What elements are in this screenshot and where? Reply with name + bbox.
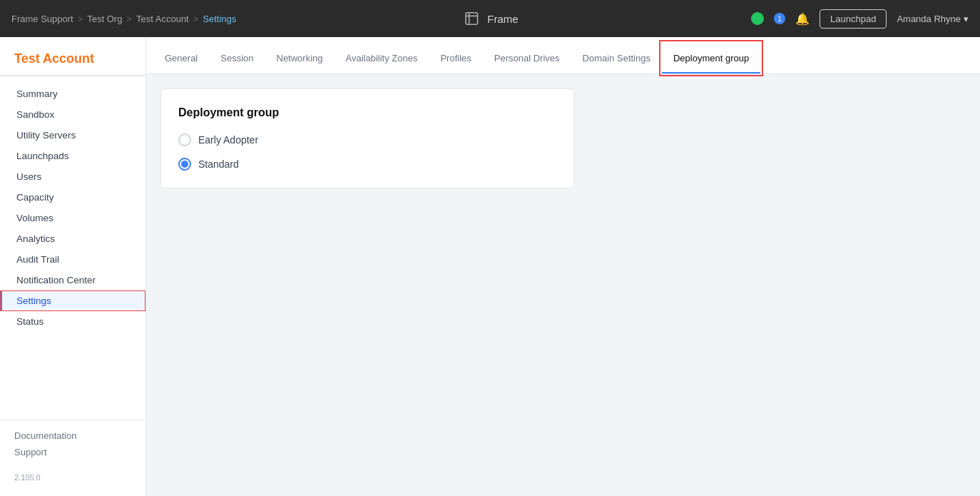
- radio-standard[interactable]: Standard: [178, 158, 556, 171]
- sidebar-item-status[interactable]: Status: [0, 311, 146, 332]
- bell-icon[interactable]: 🔔: [795, 12, 810, 26]
- tab-profiles[interactable]: Profiles: [429, 43, 482, 74]
- user-name: Amanda Rhyne: [897, 14, 961, 24]
- svg-rect-0: [466, 13, 478, 25]
- version-label: 2.105.0: [0, 473, 146, 482]
- sidebar-nav: Summary Sandbox Utility Servers Launchpa…: [0, 83, 146, 332]
- content-area: Deployment group Early Adopter Standard: [146, 74, 980, 496]
- radio-label-early-adopter: Early Adopter: [198, 134, 258, 146]
- sidebar-item-analytics[interactable]: Analytics: [0, 228, 146, 249]
- sidebar-title: Test Account: [0, 51, 146, 76]
- tab-session[interactable]: Session: [209, 43, 265, 74]
- sidebar-item-volumes[interactable]: Volumes: [0, 208, 146, 228]
- app-name: Frame: [487, 13, 518, 25]
- launchpad-button[interactable]: Launchpad: [820, 9, 887, 29]
- sidebar-item-users[interactable]: Users: [0, 166, 146, 187]
- breadcrumb-test-account[interactable]: Test Account: [136, 14, 189, 24]
- deployment-group-radio-group: Early Adopter Standard: [178, 133, 556, 171]
- radio-circle-early-adopter: [178, 133, 191, 146]
- frame-logo-icon: [461, 9, 481, 29]
- radio-label-standard: Standard: [198, 158, 239, 170]
- radio-circle-standard: [178, 158, 191, 171]
- app-logo-area: Frame: [461, 9, 518, 29]
- tab-networking[interactable]: Networking: [265, 43, 335, 74]
- tab-availability-zones[interactable]: Availability Zones: [335, 43, 429, 74]
- breadcrumb-test-org[interactable]: Test Org: [87, 14, 122, 24]
- deployment-group-card: Deployment group Early Adopter Standard: [160, 88, 574, 188]
- tab-domain-settings[interactable]: Domain Settings: [571, 43, 662, 74]
- badge-count: 1: [774, 13, 785, 24]
- sidebar-item-utility-servers[interactable]: Utility Servers: [0, 125, 146, 146]
- tab-deployment-group[interactable]: Deployment group: [662, 43, 760, 74]
- sidebar-title-text1: Test: [14, 51, 43, 66]
- sidebar-item-notification-center[interactable]: Notification Center: [0, 270, 146, 290]
- card-title: Deployment group: [178, 106, 556, 119]
- main-layout: Test Account Summary Sandbox Utility Ser…: [0, 37, 980, 496]
- sidebar-item-capacity[interactable]: Capacity: [0, 187, 146, 208]
- sidebar-footer-documentation[interactable]: Documentation: [14, 427, 131, 444]
- sidebar-item-settings[interactable]: Settings: [0, 290, 146, 311]
- topnav-right-section: 1 🔔 Launchpad Amanda Rhyne ▾: [751, 9, 969, 29]
- sidebar-title-accent: Account: [43, 51, 94, 66]
- radio-early-adopter[interactable]: Early Adopter: [178, 133, 556, 146]
- user-menu-button[interactable]: Amanda Rhyne ▾: [897, 14, 969, 24]
- sidebar-item-audit-trail[interactable]: Audit Trail: [0, 249, 146, 270]
- breadcrumb-current: Settings: [203, 14, 236, 24]
- sidebar-item-summary[interactable]: Summary: [0, 83, 146, 104]
- settings-tabs-bar: General Session Networking Availability …: [146, 37, 980, 74]
- notifications-badge[interactable]: 1: [774, 13, 785, 24]
- sidebar-footer-support[interactable]: Support: [14, 444, 131, 460]
- tab-personal-drives[interactable]: Personal Drives: [483, 43, 571, 74]
- sidebar: Test Account Summary Sandbox Utility Ser…: [0, 37, 146, 496]
- top-navigation: Frame Support > Test Org > Test Account …: [0, 0, 980, 37]
- main-content: General Session Networking Availability …: [146, 37, 980, 496]
- sidebar-item-launchpads[interactable]: Launchpads: [0, 146, 146, 166]
- status-indicator: [751, 12, 764, 25]
- sidebar-item-sandbox[interactable]: Sandbox: [0, 104, 146, 125]
- breadcrumb-frame-support[interactable]: Frame Support: [11, 14, 73, 24]
- tab-general[interactable]: General: [153, 43, 209, 74]
- sidebar-footer: Documentation Support: [0, 420, 146, 467]
- chevron-down-icon: ▾: [964, 14, 969, 24]
- breadcrumb: Frame Support > Test Org > Test Account …: [11, 14, 751, 24]
